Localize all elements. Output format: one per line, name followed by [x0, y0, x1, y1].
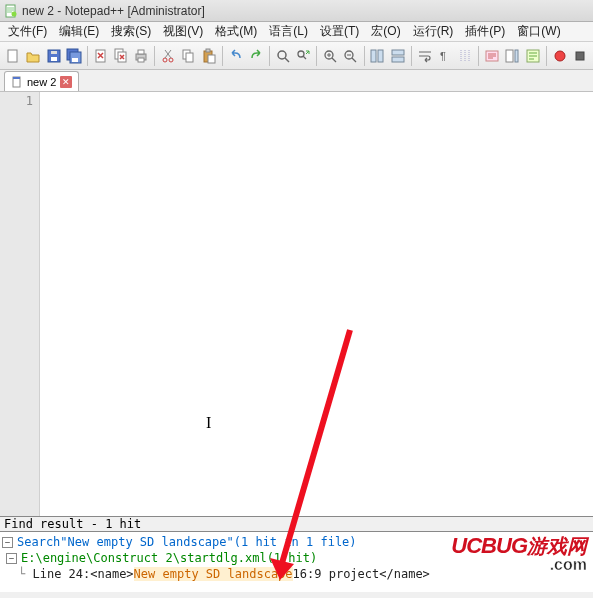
copy-button[interactable]	[179, 45, 197, 67]
editor-area: 1 I	[0, 92, 593, 516]
replace-button[interactable]	[294, 45, 312, 67]
undo-button[interactable]	[227, 45, 245, 67]
svg-rect-38	[13, 77, 20, 79]
titlebar: new 2 - Notepad++ [Administrator]	[0, 0, 593, 22]
svg-rect-26	[371, 50, 376, 62]
menu-window[interactable]: 窗口(W)	[511, 21, 566, 42]
svg-point-35	[555, 51, 565, 61]
svg-point-15	[163, 58, 167, 62]
menu-search[interactable]: 搜索(S)	[105, 21, 157, 42]
search-count: (1 hit in 1 file)	[234, 535, 357, 549]
tab-new2[interactable]: new 2 ✕	[4, 71, 79, 91]
svg-rect-36	[576, 52, 584, 60]
svg-rect-28	[392, 50, 404, 55]
stop-macro-button[interactable]	[571, 45, 589, 67]
find-results-panel: − Search "New empty SD landscape" (1 hit…	[0, 532, 593, 592]
svg-text:¶: ¶	[440, 50, 446, 62]
file-icon	[11, 76, 23, 88]
file-path: E:\engine\Construct 2\startdlg.xml	[21, 551, 267, 565]
file-hit-count: (1 hit)	[267, 551, 318, 565]
toolbar-separator	[87, 46, 88, 66]
close-all-button[interactable]	[112, 45, 130, 67]
line-prefix: <name>	[90, 567, 133, 581]
svg-rect-13	[138, 50, 144, 54]
menu-settings[interactable]: 设置(T)	[314, 21, 365, 42]
tabbar: new 2 ✕	[0, 70, 593, 92]
app-icon	[4, 4, 18, 18]
cut-button[interactable]	[159, 45, 177, 67]
menu-run[interactable]: 运行(R)	[407, 21, 460, 42]
search-label: Search	[17, 535, 60, 549]
svg-point-1	[12, 11, 17, 16]
svg-rect-29	[392, 57, 404, 62]
show-all-chars-button[interactable]: ¶	[436, 45, 454, 67]
search-summary-line[interactable]: − Search "New empty SD landscape" (1 hit…	[0, 534, 593, 550]
zoom-out-button[interactable]	[341, 45, 359, 67]
redo-button[interactable]	[247, 45, 265, 67]
toolbar-separator	[546, 46, 547, 66]
match-text: New empty SD landscape	[134, 567, 293, 581]
menu-format[interactable]: 格式(M)	[209, 21, 263, 42]
menu-language[interactable]: 语言(L)	[263, 21, 314, 42]
print-button[interactable]	[132, 45, 150, 67]
new-file-button[interactable]	[4, 45, 22, 67]
save-button[interactable]	[44, 45, 62, 67]
menu-view[interactable]: 视图(V)	[157, 21, 209, 42]
svg-rect-4	[51, 57, 57, 61]
svg-rect-20	[206, 49, 210, 52]
wordwrap-button[interactable]	[416, 45, 434, 67]
save-all-button[interactable]	[65, 45, 83, 67]
svg-rect-27	[378, 50, 383, 62]
find-header-label: Find result - 1 hit	[4, 517, 141, 531]
svg-rect-8	[72, 58, 78, 62]
toolbar: ¶	[0, 42, 593, 70]
toolbar-separator	[411, 46, 412, 66]
svg-rect-14	[138, 58, 144, 62]
menu-macro[interactable]: 宏(O)	[365, 21, 406, 42]
line-gutter: 1	[0, 92, 40, 516]
user-lang-button[interactable]	[483, 45, 501, 67]
toolbar-separator	[222, 46, 223, 66]
search-term: "New empty SD landscape"	[60, 535, 233, 549]
toolbar-separator	[364, 46, 365, 66]
svg-rect-2	[8, 50, 17, 62]
menu-file[interactable]: 文件(F)	[2, 21, 53, 42]
sync-v-button[interactable]	[368, 45, 386, 67]
text-area[interactable]: I	[40, 92, 593, 516]
line-number-label: Line 24:	[32, 567, 90, 581]
collapse-icon[interactable]: −	[6, 553, 17, 564]
collapse-icon[interactable]: −	[2, 537, 13, 548]
sync-h-button[interactable]	[389, 45, 407, 67]
record-macro-button[interactable]	[551, 45, 569, 67]
toolbar-separator	[478, 46, 479, 66]
menu-edit[interactable]: 编辑(E)	[53, 21, 105, 42]
tree-connector-icon: └	[18, 567, 32, 581]
toolbar-separator	[154, 46, 155, 66]
svg-rect-32	[506, 50, 513, 62]
open-file-button[interactable]	[24, 45, 42, 67]
paste-button[interactable]	[200, 45, 218, 67]
tab-label: new 2	[27, 76, 56, 88]
menu-plugins[interactable]: 插件(P)	[459, 21, 511, 42]
line-suffix: 16:9 project</name>	[293, 567, 430, 581]
svg-point-16	[169, 58, 173, 62]
svg-rect-21	[208, 55, 215, 63]
line-number: 1	[0, 94, 33, 108]
indent-guide-button[interactable]	[456, 45, 474, 67]
toolbar-separator	[269, 46, 270, 66]
window-title: new 2 - Notepad++ [Administrator]	[22, 4, 205, 18]
svg-point-22	[278, 51, 286, 59]
find-result-header[interactable]: Find result - 1 hit	[0, 516, 593, 532]
svg-rect-5	[51, 51, 57, 54]
toolbar-separator	[316, 46, 317, 66]
close-button[interactable]	[92, 45, 110, 67]
svg-rect-33	[515, 50, 518, 62]
zoom-in-button[interactable]	[321, 45, 339, 67]
func-list-button[interactable]	[524, 45, 542, 67]
text-cursor-icon: I	[206, 414, 211, 432]
file-path-line[interactable]: − E:\engine\Construct 2\startdlg.xml (1 …	[0, 550, 593, 566]
tab-close-button[interactable]: ✕	[60, 76, 72, 88]
find-button[interactable]	[274, 45, 292, 67]
doc-map-button[interactable]	[503, 45, 521, 67]
result-line[interactable]: └ Line 24: <name> New empty SD landscape…	[0, 566, 593, 582]
